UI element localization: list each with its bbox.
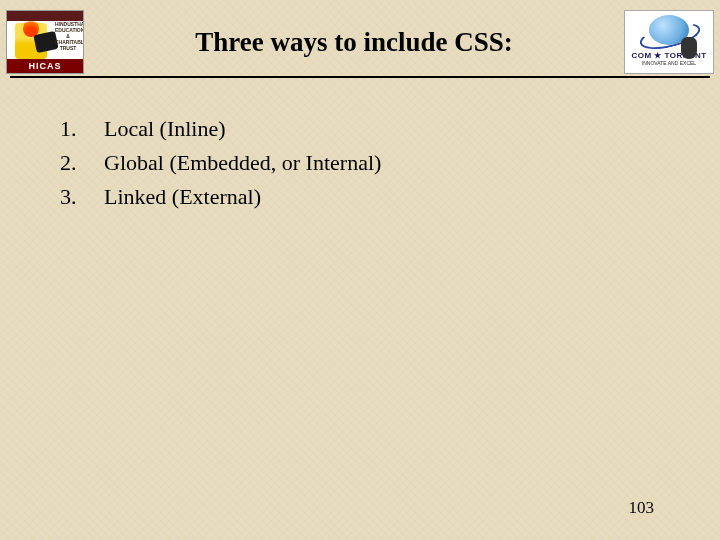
slide-header: HINDUSTHAN EDUCATIONAL & CHARITABLE TRUS…: [0, 0, 720, 76]
list-item: 1. Local (Inline): [60, 112, 692, 146]
list-item-text: Linked (External): [104, 180, 261, 214]
list-item-number: 3.: [60, 180, 104, 214]
list-item: 2. Global (Embedded, or Internal): [60, 146, 692, 180]
hicas-logo: HINDUSTHAN EDUCATIONAL & CHARITABLE TRUS…: [6, 10, 84, 74]
list-item-number: 2.: [60, 146, 104, 180]
mouse-icon: [681, 37, 697, 59]
list-item-number: 1.: [60, 112, 104, 146]
com-torrent-logo: COM ★ TORRENT INNOVATE AND EXCEL: [624, 10, 714, 74]
hicas-logo-side-text: HINDUSTHAN EDUCATIONAL & CHARITABLE TRUS…: [55, 21, 81, 51]
title-wrap: Three ways to include CSS:: [84, 27, 624, 58]
list-item-text: Local (Inline): [104, 112, 226, 146]
list-item-text: Global (Embedded, or Internal): [104, 146, 381, 180]
slide-title: Three ways to include CSS:: [92, 27, 616, 58]
slide-content: 1. Local (Inline) 2. Global (Embedded, o…: [0, 78, 720, 214]
hicas-logo-label: HICAS: [7, 59, 83, 73]
list-item: 3. Linked (External): [60, 180, 692, 214]
page-number: 103: [629, 498, 655, 518]
com-torrent-tagline: INNOVATE AND EXCEL: [642, 60, 696, 66]
